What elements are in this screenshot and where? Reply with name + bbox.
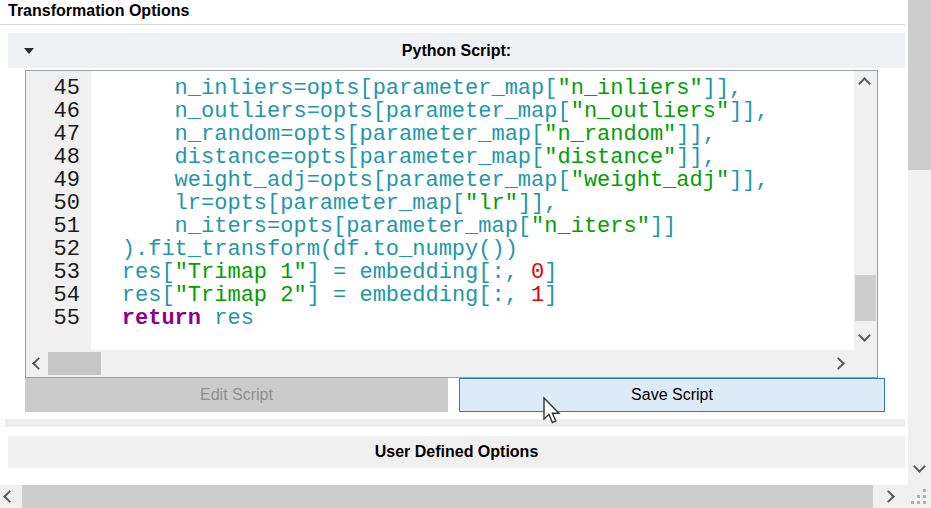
editor-vscroll-thumb[interactable] (855, 275, 876, 321)
python-script-header: Python Script: (8, 33, 905, 68)
scroll-up-icon[interactable] (858, 77, 871, 90)
window-horizontal-scrollbar[interactable] (0, 485, 905, 508)
resize-grip[interactable] (905, 485, 931, 508)
scroll-left-icon[interactable] (32, 357, 45, 370)
scroll-down-icon[interactable] (858, 329, 871, 342)
line-number-gutter: 4546474849505152535455 (26, 71, 91, 350)
python-code-editor[interactable]: n_inliers=opts[parameter_map["n_inliers"… (25, 70, 878, 378)
editor-horizontal-scrollbar[interactable] (26, 350, 854, 377)
line-number: 47 (26, 123, 80, 146)
code-line: lr=opts[parameter_map["lr"]], (69, 192, 769, 215)
code-editor-lines[interactable]: n_inliers=opts[parameter_map["n_inliers"… (69, 77, 769, 330)
code-line: return res (69, 307, 769, 330)
edit-script-button[interactable]: Edit Script (25, 378, 448, 412)
scroll-left-icon[interactable] (3, 490, 16, 503)
code-line: distance=opts[parameter_map["distance"]]… (69, 146, 769, 169)
code-line: n_inliers=opts[parameter_map["n_inliers"… (69, 77, 769, 100)
user-defined-options-header: User Defined Options (8, 436, 905, 468)
line-number: 50 (26, 192, 80, 215)
title-divider (0, 24, 905, 25)
code-line: n_random=opts[parameter_map["n_random"]]… (69, 123, 769, 146)
scroll-down-icon[interactable] (913, 460, 926, 473)
code-line: n_iters=opts[parameter_map["n_iters"]] (69, 215, 769, 238)
code-line: res["Trimap 1"] = embedding[:, 0] (69, 261, 769, 284)
editor-hscroll-thumb[interactable] (48, 352, 101, 375)
resize-grip-dots-icon (905, 485, 931, 508)
line-number: 54 (26, 284, 80, 307)
window-vscroll-thumb[interactable] (908, 0, 931, 170)
code-line: n_outliers=opts[parameter_map["n_outlier… (69, 100, 769, 123)
line-number: 45 (26, 77, 80, 100)
save-script-button[interactable]: Save Script (459, 378, 885, 412)
line-number: 49 (26, 169, 80, 192)
scroll-right-icon[interactable] (832, 357, 845, 370)
page-title: Transformation Options (8, 2, 189, 20)
code-line: res["Trimap 2"] = embedding[:, 1] (69, 284, 769, 307)
mouse-cursor (540, 396, 562, 426)
editor-vertical-scrollbar[interactable] (854, 71, 877, 350)
line-number: 48 (26, 146, 80, 169)
window-hscroll-thumb[interactable] (22, 485, 873, 508)
line-number: 53 (26, 261, 80, 284)
editor-scrollbar-corner (854, 350, 877, 377)
python-script-header-bar: Python Script: (8, 33, 905, 68)
line-number: 52 (26, 238, 80, 261)
line-number: 51 (26, 215, 80, 238)
user-defined-options-bar: User Defined Options (8, 436, 905, 468)
code-line: weight_adj=opts[parameter_map["weight_ad… (69, 169, 769, 192)
line-number: 55 (26, 307, 80, 330)
line-number: 46 (26, 100, 80, 123)
section-separator (5, 419, 905, 427)
code-line: ).fit_transform(df.to_numpy()) (69, 238, 769, 261)
scroll-right-icon[interactable] (882, 490, 895, 503)
window-vertical-scrollbar[interactable] (908, 0, 931, 485)
line-numbers: 4546474849505152535455 (26, 77, 80, 330)
